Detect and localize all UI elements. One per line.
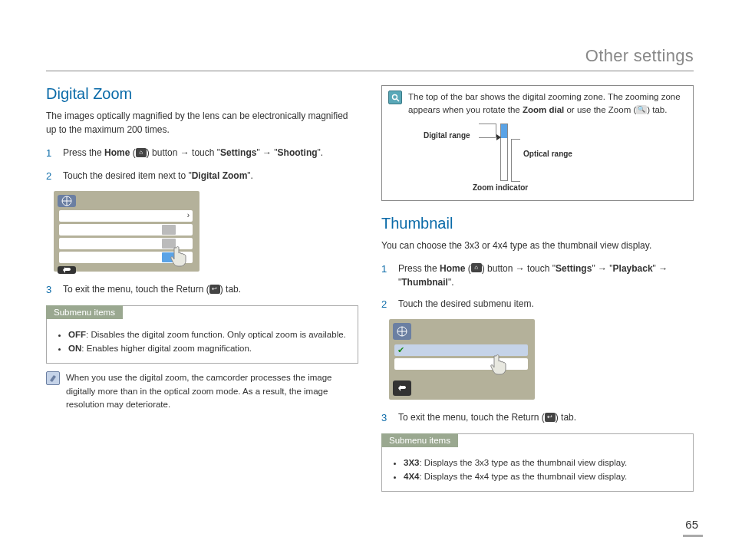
t: ". (448, 277, 454, 288)
t: Press the (63, 147, 104, 158)
step-number: 3 (381, 410, 391, 426)
return-tab-icon: ↩ (209, 285, 220, 294)
home-icon: ⌂ (136, 148, 147, 157)
t: ( (130, 147, 135, 158)
t: ) tab. (647, 105, 667, 114)
digital-zoom-intro: The images optically magnified by the le… (46, 109, 358, 137)
submenu-label: Submenu items (46, 305, 123, 319)
zoom-tab-icon: 🔍 (636, 105, 647, 114)
submenu-item-off: OFF: Disables the digital zoom function.… (68, 328, 350, 341)
info-top: The top of the bar shows the digital zoo… (388, 91, 687, 117)
digital-zoom-fill (501, 124, 507, 138)
t: ) tab. (220, 284, 241, 295)
home-label: Home (104, 147, 130, 158)
left-column: Digital Zoom The images optically magnif… (46, 85, 358, 499)
settings-label: Settings (556, 263, 592, 274)
return-icon (393, 380, 411, 396)
touch-hand-icon (166, 240, 193, 270)
thumbnail-heading: Thumbnail (381, 215, 694, 232)
globe-icon (58, 195, 76, 207)
step-2-text: Touch the desired item next to "Digital … (63, 169, 358, 183)
step-2-text: Touch the desired submenu item. (398, 297, 694, 311)
step-2: 2 Touch the desired item next to "Digita… (46, 169, 358, 184)
digital-range-label: Digital range (424, 131, 470, 140)
t: ON (68, 344, 81, 353)
zoom-indicator-label: Zoom indicator (473, 183, 528, 192)
note-text: When you use the digital zoom, the camco… (66, 371, 358, 411)
t: : Displays the 4x4 type as the thumbnail… (419, 472, 627, 481)
right-column: The top of the bar shows the digital zoo… (381, 85, 694, 499)
t: To exit the menu, touch the Return ( (398, 412, 545, 423)
return-icon (58, 266, 76, 274)
zoom-dial-label: Zoom dial (523, 105, 564, 114)
step-1-text: Press the Home (⌂) button → touch "Setti… (63, 146, 358, 160)
touch-hand-icon (486, 348, 513, 378)
digital-zoom-heading: Digital Zoom (46, 85, 358, 103)
t: To exit the menu, touch the Return ( (63, 284, 209, 295)
t: ) button → (147, 147, 192, 158)
t: 4X4 (404, 472, 419, 481)
digital-zoom-menu-mock: › (54, 191, 199, 272)
zoom-diagram: Digital range Optical range Zoom indicat… (404, 124, 687, 193)
magnify-icon (388, 91, 402, 104)
bracket (479, 137, 496, 138)
step-1-text: Press the Home (⌂) button → touch "Setti… (398, 262, 694, 289)
t: ) tab. (556, 412, 576, 423)
step-3-text: To exit the menu, touch the Return (↩) t… (398, 410, 694, 424)
submenu-item-4x4: 4X4: Displays the 4x4 type as the thumbn… (404, 469, 685, 483)
return-tab-icon: ↩ (545, 413, 556, 422)
page-number-underline (683, 535, 703, 537)
chevron-right-icon: › (187, 211, 190, 219)
bracket (479, 124, 496, 124)
slider-knob (162, 225, 176, 235)
submenu-items-box: Submenu items OFF: Disables the digital … (46, 305, 358, 364)
note: When you use the digital zoom, the camco… (46, 371, 358, 411)
header-divider (46, 71, 694, 71)
t: : Enables higher digital zoom magnificat… (81, 344, 252, 353)
step-3-text: To exit the menu, touch the Return (↩) t… (63, 282, 358, 296)
note-icon (46, 371, 60, 385)
step-number: 1 (46, 146, 55, 161)
t: Touch the desired item next to " (63, 170, 192, 181)
step-1: 1 Press the Home (⌂) button → touch "Set… (46, 146, 358, 161)
submenu-item-on: ON: Enables higher digital zoom magnific… (68, 341, 350, 355)
shooting-label: Shooting (278, 147, 318, 158)
page-header: Other settings (46, 46, 694, 66)
t: OFF (68, 330, 86, 339)
zoom-indicator-bar (500, 124, 508, 181)
home-label: Home (440, 263, 465, 274)
step-number: 2 (46, 169, 55, 184)
thumbnail-menu-mock: ✔ (389, 319, 535, 400)
menu-row (59, 224, 193, 236)
svg-point-1 (392, 94, 397, 99)
thumbnail-intro: You can choose the 3x3 or 4x4 type as th… (381, 239, 694, 252)
t: 3X3 (404, 458, 419, 467)
submenu-items-box: Submenu items 3X3: Displays the 3x3 type… (381, 433, 694, 492)
step-1: 1 Press the Home (⌂) button → touch "Set… (381, 262, 694, 289)
check-icon: ✔ (397, 345, 404, 355)
digital-zoom-label: Digital Zoom (192, 170, 248, 181)
bracket (511, 139, 512, 181)
t: or use the Zoom ( (564, 105, 636, 114)
t: ( (465, 263, 470, 274)
bracket (511, 181, 520, 182)
playback-label: Playback (613, 263, 653, 274)
step-number: 2 (381, 297, 391, 312)
t: ". (318, 147, 324, 158)
submenu-item-3x3: 3X3: Displays the 3x3 type as the thumbn… (404, 456, 685, 469)
optical-range-label: Optical range (523, 150, 572, 158)
step-2: 2 Touch the desired submenu item. (381, 297, 694, 312)
t: : Disables the digital zoom function. On… (86, 330, 346, 339)
two-column-layout: Digital Zoom The images optically magnif… (46, 85, 694, 499)
menu-row: › (59, 210, 193, 222)
info-text: The top of the bar shows the digital zoo… (408, 91, 687, 117)
zoom-cursor-icon (496, 134, 501, 140)
step-3: 3 To exit the menu, touch the Return (↩)… (381, 410, 694, 426)
t: " → " (256, 147, 277, 158)
t: touch " (192, 147, 220, 158)
page-number: 65 (685, 518, 698, 531)
globe-icon (393, 323, 411, 340)
bracket (511, 139, 520, 140)
home-icon: ⌂ (471, 263, 482, 272)
zoom-info-box: The top of the bar shows the digital zoo… (381, 85, 694, 201)
